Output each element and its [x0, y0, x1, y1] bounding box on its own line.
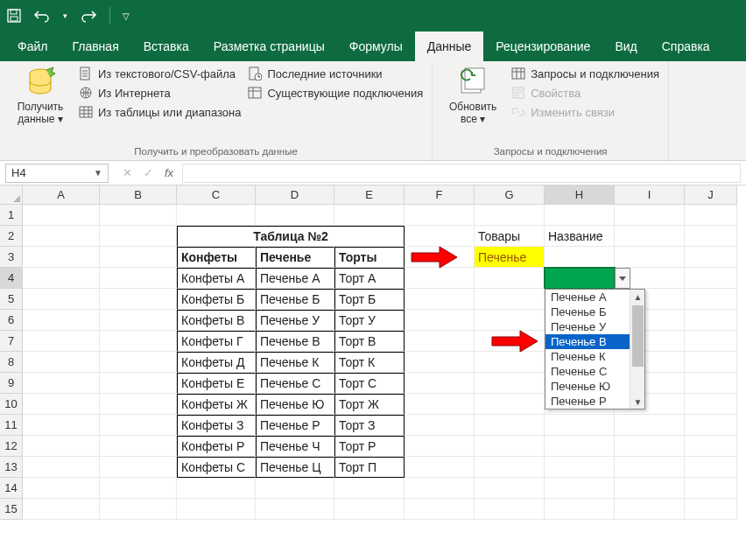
column-header[interactable]: J	[685, 186, 737, 205]
cell[interactable]	[545, 457, 615, 478]
cell[interactable]	[405, 331, 475, 352]
cell[interactable]	[23, 478, 100, 499]
cell[interactable]	[545, 247, 615, 268]
cell[interactable]	[685, 373, 737, 394]
cell[interactable]	[615, 247, 685, 268]
cell[interactable]	[100, 331, 177, 352]
cell[interactable]: Торт А	[334, 268, 405, 289]
cell[interactable]	[685, 226, 737, 247]
row-header[interactable]: 9	[0, 373, 23, 394]
row-header[interactable]: 10	[0, 394, 23, 415]
cell[interactable]: Печенье	[256, 247, 334, 268]
cell[interactable]	[334, 499, 405, 520]
cell[interactable]	[545, 205, 615, 226]
cell[interactable]	[685, 457, 737, 478]
cell[interactable]: Печенье К	[256, 352, 334, 373]
cell[interactable]	[615, 478, 685, 499]
cell[interactable]	[23, 394, 100, 415]
scroll-thumb[interactable]	[632, 305, 644, 367]
cell[interactable]	[685, 268, 737, 289]
cell[interactable]	[177, 499, 256, 520]
cell[interactable]	[475, 373, 545, 394]
row-header[interactable]: 4	[0, 268, 23, 289]
cell[interactable]	[100, 205, 177, 226]
tab-data[interactable]: Данные	[415, 32, 484, 61]
column-header[interactable]: E	[334, 186, 405, 205]
column-header[interactable]: D	[256, 186, 334, 205]
cell[interactable]	[334, 478, 405, 499]
cell[interactable]	[685, 331, 737, 352]
cell[interactable]	[23, 205, 100, 226]
cell[interactable]	[685, 436, 737, 457]
cell[interactable]	[405, 457, 475, 478]
cell[interactable]	[100, 247, 177, 268]
cell[interactable]: Конфеты	[177, 247, 256, 268]
row-header[interactable]: 14	[0, 478, 23, 499]
cell[interactable]	[23, 289, 100, 310]
cell[interactable]	[405, 415, 475, 436]
cell[interactable]	[545, 478, 615, 499]
cell[interactable]	[256, 478, 334, 499]
cell[interactable]	[615, 436, 685, 457]
cell[interactable]: Печенье С	[256, 373, 334, 394]
dropdown-option[interactable]: Печенье В	[545, 334, 630, 349]
cell[interactable]	[475, 415, 545, 436]
cell[interactable]	[685, 247, 737, 268]
cell[interactable]	[475, 478, 545, 499]
cell[interactable]	[100, 289, 177, 310]
cell[interactable]	[23, 268, 100, 289]
cell[interactable]	[405, 499, 475, 520]
cell[interactable]: Печенье Ч	[256, 436, 334, 457]
cell[interactable]: Конфеты Ж	[177, 394, 256, 415]
cell[interactable]	[100, 310, 177, 331]
cell[interactable]	[615, 205, 685, 226]
cell[interactable]	[256, 205, 334, 226]
cell[interactable]	[23, 310, 100, 331]
dropdown-option[interactable]: Печенье С	[545, 364, 630, 379]
cell[interactable]	[475, 331, 545, 352]
cell[interactable]	[545, 436, 615, 457]
cell[interactable]	[405, 478, 475, 499]
cell[interactable]: Торт К	[334, 352, 405, 373]
cell[interactable]	[475, 352, 545, 373]
column-header[interactable]: G	[475, 186, 545, 205]
cell[interactable]: Печенье А	[256, 268, 334, 289]
cell[interactable]	[23, 457, 100, 478]
dropdown-option[interactable]: Печенье У	[545, 319, 630, 334]
cell[interactable]: Конфеты Б	[177, 289, 256, 310]
cell[interactable]	[685, 310, 737, 331]
cell[interactable]	[475, 394, 545, 415]
cell[interactable]: Торт Б	[334, 289, 405, 310]
cell[interactable]	[405, 226, 475, 247]
row-header[interactable]: 11	[0, 415, 23, 436]
cell[interactable]	[100, 394, 177, 415]
tab-home[interactable]: Главная	[60, 32, 130, 61]
cell[interactable]	[100, 478, 177, 499]
cell[interactable]	[23, 436, 100, 457]
cell[interactable]	[405, 268, 475, 289]
cell[interactable]	[405, 373, 475, 394]
column-header[interactable]: I	[615, 186, 685, 205]
redo-icon[interactable]	[80, 9, 97, 23]
cell[interactable]	[405, 205, 475, 226]
cell[interactable]	[685, 352, 737, 373]
cell[interactable]	[100, 415, 177, 436]
cell[interactable]	[475, 310, 545, 331]
cell[interactable]	[100, 268, 177, 289]
cell[interactable]: Таблица №2	[177, 226, 405, 247]
cell[interactable]	[685, 499, 737, 520]
cell[interactable]	[100, 373, 177, 394]
select-all-corner[interactable]	[0, 186, 23, 205]
cell[interactable]	[23, 499, 100, 520]
cell[interactable]: Печенье Р	[256, 415, 334, 436]
cell[interactable]: Печенье Б	[256, 289, 334, 310]
dropdown-option[interactable]: Печенье Ю	[545, 379, 630, 394]
column-header[interactable]: F	[405, 186, 475, 205]
cell[interactable]	[615, 226, 685, 247]
row-header[interactable]: 7	[0, 331, 23, 352]
cell[interactable]	[23, 352, 100, 373]
cell[interactable]	[100, 436, 177, 457]
cell[interactable]	[100, 226, 177, 247]
cell[interactable]	[23, 331, 100, 352]
column-header[interactable]: H	[545, 186, 615, 205]
